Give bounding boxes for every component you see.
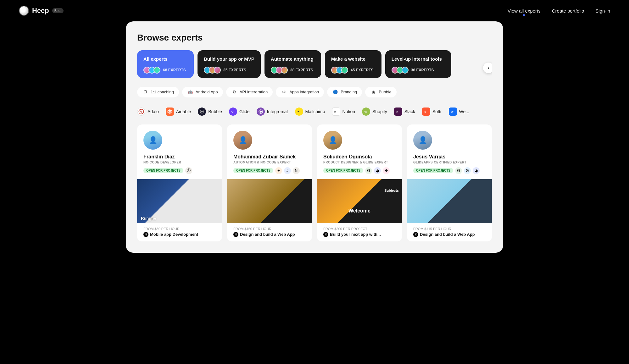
mohammad-project: ◎ Design and build a Web App bbox=[233, 232, 306, 237]
tool-notion[interactable]: N Notion bbox=[332, 108, 355, 116]
tags-row: 🗒 1:1 coaching 🤖 Android App ⚙ API inter… bbox=[137, 85, 492, 99]
tag-coaching[interactable]: 🗒 1:1 coaching bbox=[137, 87, 179, 97]
experts-grid: 👤 Franklin Diaz NO-CODE DEVELOPER OPEN F… bbox=[137, 124, 492, 253]
expert-card-soliudeen[interactable]: 👤 Soliudeen Ogunsola PRODUCT DESIGNER & … bbox=[317, 124, 402, 241]
cat-card-level-up[interactable]: Level-up internal tools 36 EXPERTS bbox=[385, 50, 451, 78]
notion-icon: N bbox=[332, 108, 340, 116]
cat-card-build-app[interactable]: Build your app or MVP 35 EXPERTS bbox=[198, 50, 261, 78]
tool-webflow[interactable]: W We... bbox=[449, 108, 469, 116]
mohammad-project-label: Design and build a Web App bbox=[240, 232, 295, 237]
tool-bubble[interactable]: Bubble bbox=[198, 108, 222, 116]
nav-view-all-experts[interactable]: View all experts bbox=[508, 8, 541, 14]
svg-text:N: N bbox=[334, 110, 336, 113]
tool-mailchimp[interactable]: ✦ Mailchimp bbox=[295, 108, 325, 116]
tool-airtable-label: Airtable bbox=[176, 109, 191, 114]
tool-adalo-label: Adalo bbox=[148, 109, 159, 114]
soliudeen-role: PRODUCT DESIGNER & GLIDE EXPERT bbox=[323, 161, 396, 164]
expert-card-franklin-top: 👤 Franklin Diaz NO-CODE DEVELOPER OPEN F… bbox=[137, 124, 222, 179]
expert-card-jesus[interactable]: 👤 Jesus Vargas GLIDEAPPS CERTIFIED EXPER… bbox=[407, 124, 492, 241]
svg-text:S: S bbox=[424, 110, 426, 113]
expert-card-franklin[interactable]: 👤 Franklin Diaz NO-CODE DEVELOPER OPEN F… bbox=[137, 124, 222, 241]
cat-card-build-app-meta: 35 EXPERTS bbox=[204, 67, 254, 74]
cat-card-level-up-avatars bbox=[392, 67, 409, 74]
tag-branding[interactable]: 🔵 Branding bbox=[327, 87, 362, 97]
mohammad-role: AUTOMATION & NO-CODE EXPERT bbox=[233, 161, 306, 164]
tag-bubble[interactable]: ◉ Bubble bbox=[365, 87, 396, 97]
franklin-project: ◎ Mobile app Development bbox=[143, 232, 216, 237]
tools-row: Adalo Airtable Bubble G Glide Integromat bbox=[137, 108, 492, 116]
franklin-role: NO-CODE DEVELOPER bbox=[143, 161, 216, 164]
apps-integration-icon: ⚙ bbox=[281, 89, 287, 95]
franklin-project-icon: ◎ bbox=[143, 232, 148, 237]
soliudeen-img-inner: Welcome Subjects bbox=[317, 179, 402, 223]
category-scroll-next-button[interactable]: › bbox=[483, 63, 492, 73]
mohammad-project-image bbox=[227, 179, 312, 223]
category-scroll-wrapper: All experts 68 EXPERTS Build your app or… bbox=[137, 50, 492, 85]
cat-card-make-website-meta: 45 EXPERTS bbox=[331, 67, 375, 74]
shopify-icon: 🛍 bbox=[362, 108, 370, 116]
api-icon: ⚙ bbox=[231, 89, 237, 95]
cat-card-all-avatars bbox=[143, 67, 160, 74]
mohammad-name: Mohammad Zubair Sadiek bbox=[233, 154, 306, 160]
svg-text:🛍: 🛍 bbox=[364, 110, 367, 113]
tag-android-label: Android App bbox=[196, 90, 218, 94]
franklin-footer: FROM $80 PER HOUR ◎ Mobile app Developme… bbox=[137, 223, 222, 241]
tag-android[interactable]: 🤖 Android App bbox=[182, 87, 223, 97]
tool-softr-label: Softr bbox=[432, 109, 442, 114]
franklin-badges: OPEN FOR PROJECTS Ⓐ bbox=[143, 167, 216, 174]
cat-card-make-website-avatars bbox=[331, 67, 348, 74]
avatar-sm bbox=[402, 67, 409, 74]
tool-slack[interactable]: # Slack bbox=[394, 108, 415, 116]
nav-create-portfolio[interactable]: Create portfolio bbox=[552, 8, 584, 14]
tag-apps-integration[interactable]: ⚙ Apps integration bbox=[276, 87, 324, 97]
beta-badge: Beta bbox=[52, 8, 64, 13]
cat-card-all-meta: 68 EXPERTS bbox=[143, 67, 187, 74]
tag-branding-label: Branding bbox=[341, 90, 357, 94]
cat-card-automate-title: Automate anything bbox=[271, 56, 315, 62]
avatar-sm bbox=[153, 67, 160, 74]
expert-card-mohammad-top: 👤 Mohammad Zubair Sadiek AUTOMATION & NO… bbox=[227, 124, 312, 179]
expert-card-mohammad[interactable]: 👤 Mohammad Zubair Sadiek AUTOMATION & NO… bbox=[227, 124, 312, 241]
tool-adalo[interactable]: Adalo bbox=[137, 108, 159, 116]
tag-api[interactable]: ⚙ API intergration bbox=[226, 87, 273, 97]
svg-point-0 bbox=[139, 109, 144, 114]
franklin-img-label: Rúngne bbox=[141, 216, 156, 221]
avatar-sm bbox=[281, 67, 288, 74]
cat-card-make-website[interactable]: Make a website 45 EXPERTS bbox=[325, 50, 381, 78]
main-panel: Browse experts All experts 68 EXPERTS Bu… bbox=[126, 21, 503, 253]
adalo-icon bbox=[137, 108, 145, 116]
franklin-img-inner: Rúngne bbox=[137, 179, 222, 223]
franklin-project-label: Mobile app Development bbox=[150, 232, 198, 237]
svg-text:#: # bbox=[396, 110, 398, 113]
soliudeen-project-icon: ◎ bbox=[323, 232, 328, 237]
jesus-price: FROM $115 PER HOUR bbox=[413, 227, 486, 231]
svg-text:G: G bbox=[231, 110, 234, 113]
cat-card-automate[interactable]: Automate anything 38 EXPERTS bbox=[264, 50, 321, 78]
avatar-sm bbox=[341, 67, 348, 74]
cat-card-all[interactable]: All experts 68 EXPERTS bbox=[137, 50, 194, 78]
soliudeen-img-label: Welcome bbox=[348, 208, 370, 214]
svg-point-5 bbox=[201, 111, 203, 112]
tool-glide-label: Glide bbox=[239, 109, 250, 114]
nav-sign-in[interactable]: Sign-in bbox=[595, 8, 610, 14]
tool-shopify[interactable]: 🛍 Shopify bbox=[362, 108, 387, 116]
svg-text:W: W bbox=[451, 110, 454, 113]
tag-apps-integration-label: Apps integration bbox=[289, 90, 319, 94]
soliudeen-tool-badge-2: ◕ bbox=[374, 167, 381, 174]
soliudeen-avatar: 👤 bbox=[323, 131, 342, 150]
tool-slack-label: Slack bbox=[404, 109, 415, 114]
tool-integromat[interactable]: Integromat bbox=[257, 108, 288, 116]
tool-webflow-label: We... bbox=[459, 109, 469, 114]
franklin-project-image: Rúngne bbox=[137, 179, 222, 223]
jesus-project-label: Design and build a Web App bbox=[420, 232, 475, 237]
franklin-avatar: 👤 bbox=[143, 131, 162, 150]
mohammad-open-badge: OPEN FOR PROJECTS bbox=[233, 168, 273, 173]
tool-glide[interactable]: G Glide bbox=[229, 108, 250, 116]
branding-icon: 🔵 bbox=[332, 89, 338, 95]
cat-card-build-app-avatars bbox=[204, 67, 221, 74]
mohammad-price: FROM $150 PER HOUR bbox=[233, 227, 306, 231]
slack-icon: # bbox=[394, 108, 402, 116]
tool-airtable[interactable]: Airtable bbox=[166, 108, 191, 116]
tool-softr[interactable]: S Softr bbox=[422, 108, 442, 116]
jesus-tool-badge-2: G bbox=[464, 167, 471, 174]
